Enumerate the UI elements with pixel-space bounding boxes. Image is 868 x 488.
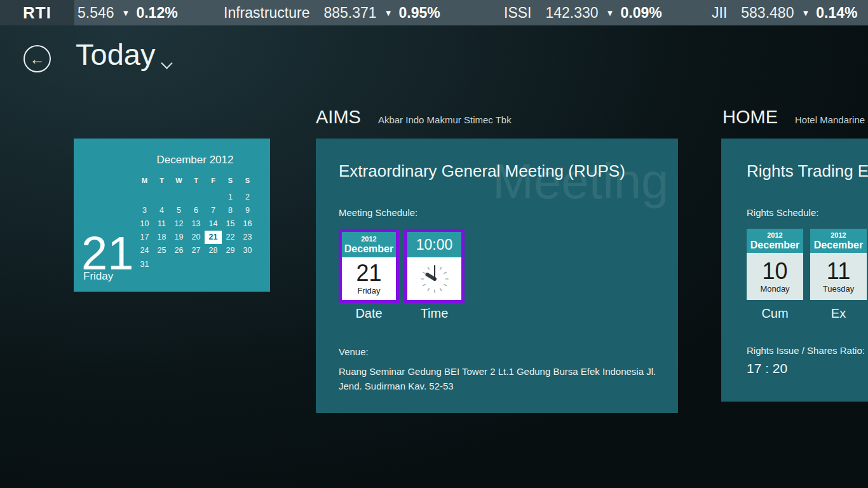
calendar-day[interactable]: 31 [136,257,153,271]
calendar-day[interactable]: 20 [187,231,205,244]
calendar-day[interactable]: 12 [170,217,187,230]
calendar-day[interactable]: 27 [187,244,205,257]
index-value: 885.371 [324,4,377,22]
calendar-day[interactable]: 13 [187,217,205,230]
down-arrow-icon: ▼ [122,8,130,18]
index-name: ISSI [504,4,531,22]
calendar-day[interactable]: 26 [170,244,187,257]
meeting-time-tile[interactable]: 10:00 [404,229,465,303]
time-caption: Time [404,306,465,321]
calendar-day[interactable]: 16 [239,217,256,230]
date-tile-weekday: Monday [760,284,789,294]
date-tile-weekday: Friday [357,286,380,295]
down-arrow-icon: ▼ [801,8,810,18]
index-change: 0.95% [399,4,440,22]
calendar-day[interactable]: 28 [205,244,222,257]
cum-caption: Cum [747,306,803,321]
venue-text: Ruang Seminar Gedung BEI Tower 2 Lt.1 Ge… [339,364,660,394]
calendar-day[interactable]: 15 [222,217,239,230]
chevron-down-icon[interactable] [161,57,172,69]
calendar-day-empty [136,190,153,203]
calendar-day[interactable]: 24 [136,244,153,257]
down-arrow-icon: ▼ [606,8,614,18]
calendar-day-empty [187,190,205,203]
date-tile-year: 2012 [831,231,846,240]
date-tile-year: 2012 [767,231,782,240]
date-tile-header: 2012 December [747,229,803,253]
index-change: 0.12% [136,4,177,22]
calendar-day[interactable]: 11 [153,217,170,230]
time-tile-value: 10:00 [416,236,453,254]
calendar-day[interactable]: 4 [153,203,170,217]
date-tile-month: December [814,240,863,251]
calendar-day[interactable]: 17 [136,231,153,244]
weekday-label: S [222,177,239,184]
calendar-day[interactable]: 18 [153,231,170,244]
index-name: Infrastructure [224,4,310,22]
calendar-day-empty [153,190,170,203]
ticker-item: JII 583.480 ▼ 0.14% [712,0,858,25]
company-name: Hotel Mandarine Re [795,114,868,125]
date-tile-header: 2012 December [810,229,867,253]
date-tile-day: 11 [827,260,850,283]
back-button[interactable]: ← [24,45,51,72]
index-change: 0.09% [620,4,661,22]
rights-schedule-label: Rights Schedule: [747,207,818,218]
date-tile-month: December [344,243,393,255]
calendar-day[interactable]: 2 [239,190,256,203]
calendar-day[interactable]: 6 [187,203,205,217]
weekday-label: S [239,177,256,184]
calendar-day[interactable]: 7 [205,203,222,217]
ex-date-tile[interactable]: 2012 December 11 Tuesday [810,229,867,300]
date-tile-day: 10 [762,260,787,283]
calendar-day[interactable]: 29 [222,244,239,257]
calendar-day-empty [205,257,222,271]
meeting-date-tile[interactable]: 2012 December 21 Friday [339,229,399,303]
calendar-day[interactable]: 30 [239,244,256,257]
date-tile-weekday: Tuesday [823,284,854,294]
calendar-day[interactable]: 1 [222,190,239,203]
cum-date-tile[interactable]: 2012 December 10 Monday [747,229,803,300]
weekday-label: W [170,177,187,184]
calendar-tile[interactable]: December 2012 MTWTFSS 123456789101112131… [74,139,270,292]
calendar-grid: 1234567891011121314151617181920212223242… [136,190,256,271]
calendar-day[interactable]: 3 [136,203,153,217]
ticker-item: 5.546 ▼ 0.12% [78,0,178,25]
group-header-home: HOME Hotel Mandarine Re [722,107,868,128]
weekday-label: T [153,177,170,184]
weekday-label: F [205,177,222,184]
index-value: 583.480 [741,4,794,22]
event-card-home[interactable]: Rights Trading Ends Rights Schedule: 201… [721,139,868,402]
index-name: JII [712,4,727,22]
weekday-label: M [136,177,153,184]
calendar-day[interactable]: 22 [222,231,239,244]
stock-code: HOME [722,107,778,128]
date-tile-header: 2012 December [342,232,396,257]
event-title: Extraordinary General Meeting (RUPS) [339,161,625,181]
index-change: 0.14% [816,4,857,22]
calendar-day-empty [205,190,222,203]
calendar-day[interactable]: 5 [170,203,187,217]
calendar-day[interactable]: 8 [222,203,239,217]
date-caption: Date [339,306,399,321]
date-tile-body: 11 Tuesday [810,253,867,300]
group-header-aims: AIMS Akbar Indo Makmur Stimec Tbk [316,107,512,128]
company-name: Akbar Indo Makmur Stimec Tbk [378,114,512,125]
calendar-day[interactable]: 19 [170,231,187,244]
back-arrow-icon: ← [30,50,45,68]
rti-logo: RTI [0,0,74,25]
calendar-day[interactable]: 23 [239,231,256,244]
event-card-aims[interactable]: Meeting Extraordinary General Meeting (R… [316,139,678,413]
weekday-label: T [187,177,205,184]
meeting-schedule-label: Meeting Schedule: [339,207,417,218]
page-title[interactable]: Today [76,37,155,72]
ex-caption: Ex [810,306,867,321]
date-tile-body: 21 Friday [342,257,396,300]
calendar-day-empty [239,257,256,271]
ratio-label: Rights Issue / Shares Ratio: [747,345,865,356]
calendar-day[interactable]: 25 [153,244,170,257]
calendar-day[interactable]: 10 [136,217,153,230]
calendar-day[interactable]: 9 [239,203,256,217]
calendar-day[interactable]: 14 [205,217,222,230]
calendar-day[interactable]: 21 [205,231,222,244]
